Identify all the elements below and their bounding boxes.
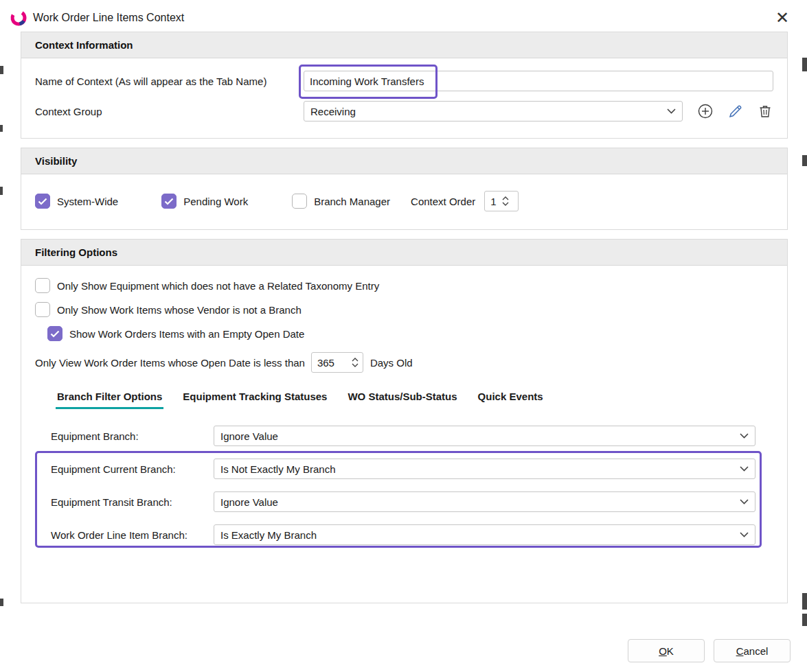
- branch-manager-checkbox[interactable]: [292, 194, 307, 209]
- equipment-transit-branch-row: Equipment Transit Branch: Ignore Value: [51, 491, 755, 512]
- context-group-label: Context Group: [35, 106, 304, 117]
- equipment-transit-branch-dropdown[interactable]: Ignore Value: [214, 491, 755, 512]
- wo-line-item-branch-row: Work Order Line Item Branch: Is Exactly …: [51, 524, 755, 545]
- highlighted-branch-filter-group: Equipment Current Branch: Is Not Exactly…: [51, 459, 755, 545]
- tab-equipment-tracking-statuses[interactable]: Equipment Tracking Statuses: [181, 388, 328, 409]
- background-window-fragment: [802, 593, 807, 610]
- system-wide-label: System-Wide: [57, 196, 118, 207]
- visibility-header: Visibility: [21, 148, 787, 174]
- context-information-header: Context Information: [21, 32, 787, 58]
- edit-context-group-button[interactable]: [728, 104, 743, 119]
- no-taxonomy-entry-label: Only Show Equipment which does not have …: [57, 280, 379, 292]
- empty-open-date-label: Show Work Orders Items with an Empty Ope…: [69, 328, 304, 340]
- background-window-fragment: [802, 58, 807, 71]
- wo-line-item-branch-label: Work Order Line Item Branch:: [51, 529, 214, 541]
- empty-open-date-row: Show Work Orders Items with an Empty Ope…: [47, 326, 773, 341]
- wo-line-item-branch-value: Is Exactly My Branch: [220, 529, 317, 541]
- dialog-title: Work Order Line Items Context: [33, 12, 184, 24]
- chevron-down-icon: [667, 108, 676, 114]
- chevron-down-icon: [740, 466, 749, 472]
- days-old-suffix-label: Days Old: [370, 357, 413, 369]
- no-taxonomy-entry-checkbox[interactable]: [35, 278, 50, 293]
- filter-tabs: Branch Filter Options Equipment Tracking…: [56, 388, 773, 409]
- ok-button[interactable]: OK: [628, 639, 705, 662]
- chevron-up-icon: [502, 196, 509, 200]
- context-group-value: Receiving: [310, 106, 356, 117]
- context-group-row: Context Group Receiving: [35, 101, 773, 121]
- chevron-down-icon: [502, 202, 509, 206]
- equipment-branch-label: Equipment Branch:: [51, 430, 214, 442]
- delete-context-group-button[interactable]: [758, 104, 773, 119]
- days-old-value: 365: [312, 353, 340, 372]
- context-order-stepper[interactable]: 1: [484, 191, 519, 211]
- close-icon[interactable]: ✕: [771, 8, 793, 27]
- equipment-transit-branch-label: Equipment Transit Branch:: [51, 496, 214, 508]
- dialog-footer: OK Cancel: [628, 639, 791, 662]
- context-name-input[interactable]: [304, 71, 773, 91]
- filtering-options-section: Filtering Options Only Show Equipment wh…: [21, 239, 788, 603]
- equipment-current-branch-row: Equipment Current Branch: Is Not Exactly…: [51, 459, 755, 479]
- plus-circle-icon: [697, 103, 714, 119]
- check-icon: [164, 198, 174, 205]
- ok-button-label: OK: [659, 645, 674, 657]
- equipment-transit-branch-value: Ignore Value: [220, 496, 278, 508]
- background-window-fragment: [0, 187, 3, 195]
- background-window-fragment: [0, 599, 3, 606]
- vendor-not-branch-checkbox[interactable]: [35, 302, 50, 317]
- context-order-value: 1: [485, 192, 501, 211]
- pencil-icon: [728, 104, 743, 119]
- equipment-branch-dropdown[interactable]: Ignore Value: [214, 426, 755, 446]
- chevron-down-icon: [740, 499, 749, 505]
- open-date-age-row: Only View Work Order Items whose Open Da…: [35, 352, 773, 373]
- context-group-dropdown[interactable]: Receiving: [304, 101, 683, 121]
- background-window-fragment: [0, 125, 3, 132]
- wo-line-item-branch-dropdown[interactable]: Is Exactly My Branch: [214, 524, 755, 545]
- pending-work-checkbox[interactable]: [161, 194, 177, 209]
- tab-wo-status-sub-status[interactable]: WO Status/Sub-Status: [346, 388, 458, 409]
- app-logo-icon: [10, 9, 27, 27]
- equipment-current-branch-label: Equipment Current Branch:: [51, 463, 214, 475]
- stepper-arrows[interactable]: [352, 353, 363, 372]
- chevron-down-icon: [352, 363, 359, 367]
- trash-icon: [758, 104, 773, 119]
- filtering-options-header: Filtering Options: [21, 240, 787, 266]
- check-icon: [50, 330, 60, 338]
- branch-manager-label: Branch Manager: [314, 196, 390, 207]
- context-order-label: Context Order: [411, 196, 475, 207]
- check-icon: [38, 198, 47, 205]
- stepper-arrows[interactable]: [502, 192, 513, 211]
- background-window-fragment: [0, 66, 3, 74]
- vendor-filter-row: Only Show Work Items whose Vendor is not…: [35, 302, 773, 317]
- taxonomy-filter-row: Only Show Equipment which does not have …: [35, 278, 773, 293]
- vendor-not-branch-label: Only Show Work Items whose Vendor is not…: [57, 304, 302, 316]
- chevron-down-icon: [740, 433, 749, 439]
- chevron-up-icon: [352, 358, 359, 362]
- pending-work-label: Pending Work: [183, 196, 248, 207]
- days-old-stepper[interactable]: 365: [311, 352, 363, 373]
- tab-branch-filter-options[interactable]: Branch Filter Options: [56, 388, 163, 409]
- visibility-section: Visibility System-Wide Pending Work: [21, 148, 788, 230]
- equipment-branch-value: Ignore Value: [220, 430, 278, 442]
- empty-open-date-checkbox[interactable]: [47, 326, 62, 341]
- context-name-row: Name of Context (As will appear as the T…: [35, 71, 773, 91]
- tab-quick-events[interactable]: Quick Events: [477, 388, 545, 409]
- open-date-prefix-label: Only View Work Order Items whose Open Da…: [35, 357, 305, 369]
- equipment-branch-row: Equipment Branch: Ignore Value: [51, 426, 755, 446]
- add-context-group-button[interactable]: [697, 103, 714, 119]
- equipment-current-branch-value: Is Not Exactly My Branch: [220, 463, 336, 475]
- cancel-button-label: Cancel: [736, 645, 769, 657]
- background-window-fragment: [802, 155, 807, 166]
- context-information-section: Context Information Name of Context (As …: [21, 32, 788, 139]
- equipment-current-branch-dropdown[interactable]: Is Not Exactly My Branch: [214, 459, 755, 479]
- cancel-button[interactable]: Cancel: [714, 639, 791, 662]
- dialog-titlebar: Work Order Line Items Context ✕: [0, 0, 807, 32]
- context-name-label: Name of Context (As will appear as the T…: [35, 76, 304, 87]
- background-window-fragment: [802, 614, 807, 626]
- chevron-down-icon: [740, 532, 749, 537]
- system-wide-checkbox[interactable]: [35, 194, 50, 209]
